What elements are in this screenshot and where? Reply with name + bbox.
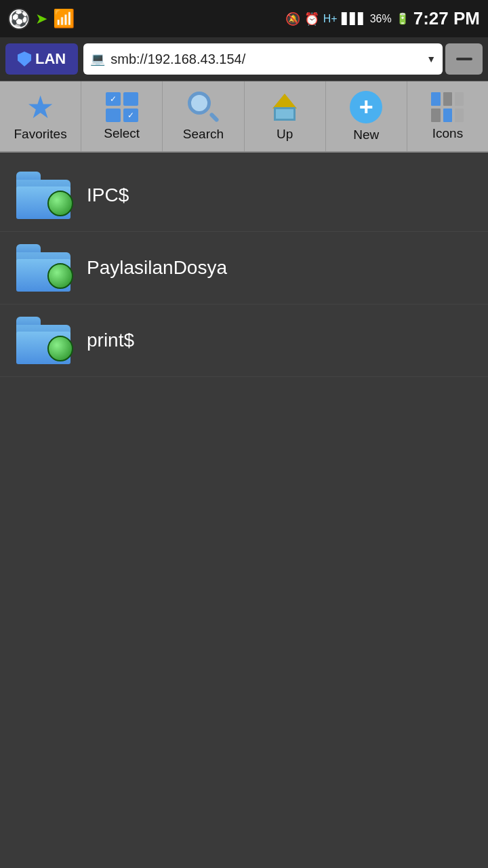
lan-shield-icon: [18, 52, 31, 66]
list-item[interactable]: PaylasilanDosya: [0, 232, 488, 304]
toolbar-new-button[interactable]: + New: [326, 81, 407, 151]
nav-bar: LAN 💻 smb://192.168.43.154/ ▼: [0, 37, 488, 81]
address-bar[interactable]: 💻 smb://192.168.43.154/ ▼: [83, 43, 443, 75]
select-icon: [106, 92, 138, 122]
new-label: New: [353, 127, 379, 142]
toolbar-favorites-button[interactable]: ★ Favorites: [0, 81, 81, 151]
signal-bars-icon: ▋▋▋: [342, 12, 366, 25]
dropdown-arrow-icon[interactable]: ▼: [426, 54, 436, 64]
file-name: IPC$: [87, 184, 129, 206]
computer-icon: 💻: [90, 52, 105, 66]
battery-icon: 🔋: [396, 12, 409, 25]
toolbar-select-button[interactable]: Select: [81, 81, 163, 151]
search-circle: [188, 92, 211, 115]
up-icon: [268, 92, 301, 123]
send-icon: ➤: [35, 10, 47, 28]
folder-icon-print: [16, 317, 70, 364]
minimize-button[interactable]: [445, 43, 483, 75]
toolbar-up-button[interactable]: Up: [245, 81, 326, 151]
grid-cell-4: [431, 108, 440, 122]
address-text: smb://192.168.43.154/: [110, 52, 421, 67]
file-name: print$: [87, 330, 134, 351]
status-right-icons: 🔕 ⏰ H+ ▋▋▋ 36% 🔋 7:27 PM: [285, 8, 480, 29]
minus-icon: [456, 58, 472, 60]
lan-label: LAN: [35, 50, 66, 68]
toolbar: ★ Favorites Select Search Up + New: [0, 81, 488, 153]
toolbar-icons-button[interactable]: Icons: [407, 81, 488, 151]
folder-icon-ipcs: [16, 172, 70, 219]
search-handle: [209, 112, 220, 123]
list-item[interactable]: print$: [0, 304, 488, 377]
search-icon: [188, 92, 219, 123]
battery-percent: 36%: [370, 13, 392, 25]
grid-cell-6: [455, 108, 464, 122]
wifi-icon: 📶: [53, 8, 75, 29]
up-box-icon: [274, 107, 296, 121]
mute-icon: 🔕: [285, 12, 300, 26]
select-cell-4: [123, 108, 138, 122]
grid-cell-1: [431, 92, 440, 106]
status-left-icons: ⚽ ➤ 📶: [8, 8, 75, 30]
globe-icon: [47, 191, 73, 216]
file-list: IPC$ PaylasilanDosya print$: [0, 153, 488, 384]
up-label: Up: [277, 127, 293, 142]
grid-cell-3: [455, 92, 464, 106]
star-icon: ★: [26, 92, 54, 123]
folder-icon-paylasilan: [16, 244, 70, 292]
search-label: Search: [183, 127, 224, 142]
select-cell-2: [123, 92, 138, 106]
icons-label: Icons: [432, 126, 463, 141]
select-cell-3: [106, 108, 121, 122]
globe-icon: [47, 336, 73, 361]
toolbar-search-button[interactable]: Search: [163, 81, 244, 151]
soccer-icon: ⚽: [8, 8, 30, 30]
favorites-label: Favorites: [14, 127, 67, 142]
select-cell-1: [106, 92, 121, 106]
grid-cell-5: [443, 108, 452, 122]
up-arrow-icon: [272, 94, 297, 108]
grid-cell-2: [443, 92, 452, 106]
alarm-icon: ⏰: [304, 12, 319, 26]
list-item[interactable]: IPC$: [0, 159, 488, 232]
file-name: PaylasilanDosya: [87, 257, 227, 279]
hplus-icon: H+: [323, 13, 338, 25]
status-bar: ⚽ ➤ 📶 🔕 ⏰ H+ ▋▋▋ 36% 🔋 7:27 PM: [0, 0, 488, 37]
lan-button[interactable]: LAN: [5, 43, 78, 75]
new-plus-icon: +: [350, 91, 382, 123]
status-time: 7:27 PM: [413, 8, 480, 29]
icons-grid-icon: [431, 92, 464, 122]
globe-icon: [47, 263, 73, 289]
select-label: Select: [104, 126, 140, 141]
